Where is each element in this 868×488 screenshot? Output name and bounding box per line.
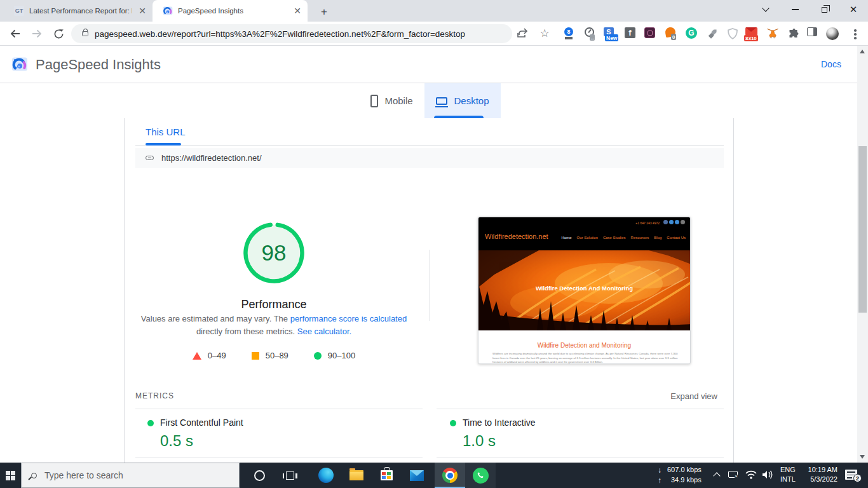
bookmark-star-icon[interactable]: ☆ (538, 27, 552, 41)
task-view-button[interactable] (275, 463, 305, 488)
docs-link[interactable]: Docs (821, 59, 841, 69)
metrics-label: METRICS (135, 391, 174, 400)
disclaimer-text: Values are estimated and may vary. The (141, 314, 290, 323)
download-arrow-icon: ↓ (658, 466, 661, 475)
desktop-icon (436, 97, 447, 105)
tab-desktop[interactable]: Desktop (424, 83, 501, 118)
side-panel-icon[interactable] (807, 27, 820, 40)
tab-desktop-label: Desktop (454, 95, 489, 106)
scrollbar-thumb[interactable] (858, 146, 867, 313)
divider (430, 250, 430, 321)
forward-button[interactable] (28, 25, 46, 43)
ext-gauge-icon[interactable]: .. (585, 27, 597, 40)
metric-name: First Contentful Paint (160, 417, 243, 428)
tab-gtmetrix[interactable]: GT Latest Performance Report for: ht ✕ (5, 0, 153, 22)
ext-facebook-icon[interactable]: f (625, 27, 637, 40)
tab-close-icon[interactable]: ✕ (292, 6, 302, 16)
window-restore-button[interactable] (810, 0, 839, 19)
system-tray: ↓ 607.0 kbps ↑ 34.9 kbps × ENGINTL 10:19… (635, 463, 868, 488)
divider (135, 457, 423, 458)
chrome-button[interactable] (435, 463, 465, 488)
legend-average: 50–89 (252, 351, 288, 360)
ext-purple-icon[interactable] (644, 27, 657, 40)
ext-s-new-icon[interactable]: S New (604, 27, 616, 40)
this-url-tab[interactable]: This URL (146, 126, 186, 137)
share-icon[interactable] (516, 27, 530, 41)
edge-icon (318, 468, 334, 483)
browser-menu-icon[interactable] (849, 27, 862, 41)
ext-mail-icon[interactable]: 8310 (745, 27, 758, 40)
power-icon[interactable]: × (728, 471, 738, 478)
pagespeed-logo (11, 56, 28, 75)
cortana-button[interactable] (244, 463, 275, 488)
edge-button[interactable] (311, 463, 341, 488)
page-scrollbar[interactable] (857, 46, 868, 463)
whatsapp-icon (473, 468, 489, 484)
expand-view-link[interactable]: Expand view (670, 391, 717, 401)
mail-icon (410, 470, 424, 481)
mail-button[interactable] (402, 463, 432, 488)
address-bar[interactable]: pagespeed.web.dev/report?url=https%3A%2F… (71, 24, 512, 43)
tab-title: PageSpeed Insights (178, 7, 287, 15)
screenshot-section-title: Wildfire Detection and Monitoring (478, 342, 690, 349)
volume-icon[interactable] (761, 470, 774, 480)
calc-link-2[interactable]: See calculator. (297, 327, 351, 336)
language-indicator[interactable]: ENGINTL (780, 466, 796, 483)
notification-icon[interactable]: 2 (845, 470, 857, 480)
scroll-down-arrow[interactable] (860, 455, 865, 459)
tab-mobile[interactable]: Mobile (359, 83, 424, 118)
notification-count: 2 (853, 474, 862, 482)
tab-title: Latest Performance Report for: ht (29, 7, 132, 15)
ext-tag-assistant-icon[interactable] (706, 27, 719, 40)
page-title: PageSpeed Insights (36, 57, 161, 73)
legend-label: 0–49 (208, 351, 226, 360)
window-chevron-button[interactable] (751, 0, 780, 19)
whatsapp-button[interactable] (465, 463, 496, 488)
site-screenshot: +1 647 243 4972 Wildfiredetection.net Ho… (478, 217, 691, 364)
screenshot-body-text: Wildfires are increasing dramatically ar… (492, 352, 678, 364)
reload-button[interactable] (50, 25, 67, 43)
window-close-button[interactable]: ✕ (839, 0, 868, 19)
ext-metamask-icon[interactable] (766, 27, 779, 40)
clock[interactable]: 10:19 AM5/3/2022 (802, 466, 837, 483)
metric-name: Time to Interactive (463, 417, 536, 428)
windows-taskbar: Type here to search ↓ 607.0 kbps ↑ 34.9 … (0, 463, 868, 488)
taskbar-search[interactable]: Type here to search (21, 463, 240, 488)
fail-triangle-icon (193, 352, 201, 360)
metric-pass-dot (450, 420, 456, 426)
legend-fail: 0–49 (193, 351, 226, 360)
performance-score: 98 (243, 222, 304, 283)
start-button[interactable] (0, 463, 21, 488)
lock-icon[interactable] (82, 31, 88, 36)
analyzed-url-bar: https://wildfiredetection.net/ (135, 148, 724, 168)
link-icon (146, 156, 154, 160)
legend-label: 50–89 (266, 351, 288, 360)
ext-grammarly-icon[interactable]: G (686, 27, 698, 40)
window-minimize-button[interactable] (780, 0, 810, 19)
report-panel: This URL https://wildfiredetection.net/ … (124, 118, 734, 463)
gtmetrix-favicon: GT (14, 6, 24, 16)
tab-pagespeed[interactable]: PageSpeed Insights ✕ (153, 0, 308, 22)
tab-close-icon[interactable]: ✕ (137, 6, 147, 16)
download-speed: 607.0 kbps (667, 466, 702, 473)
performance-label[interactable]: Performance (179, 298, 369, 311)
divider (437, 409, 724, 409)
screenshot-site-header: +1 647 243 4972 Wildfiredetection.net Ho… (478, 217, 690, 250)
wifi-icon[interactable] (745, 470, 757, 480)
screenshot-brand: Wildfiredetection.net (485, 233, 548, 240)
file-explorer-button[interactable] (341, 463, 372, 488)
search-placeholder: Type here to search (44, 470, 123, 480)
profile-avatar[interactable] (826, 27, 839, 40)
extensions-puzzle-icon[interactable] (787, 27, 799, 40)
new-tab-button[interactable]: + (316, 4, 332, 20)
ext-shield-icon[interactable] (726, 27, 739, 40)
back-button[interactable] (6, 25, 24, 43)
scroll-up-arrow[interactable] (860, 50, 865, 53)
store-button[interactable] (371, 463, 402, 488)
screenshot-hero-title: Wildfire Detection And Monitoring (478, 285, 690, 292)
tray-expand-chevron[interactable] (713, 472, 720, 479)
ext-orange-icon[interactable]: 0 (665, 27, 678, 40)
metric-value: 0.5 s (160, 432, 193, 450)
calc-link-1[interactable]: performance score is calculated (290, 314, 407, 323)
ext-seo-icon[interactable]: 8 (562, 27, 575, 40)
